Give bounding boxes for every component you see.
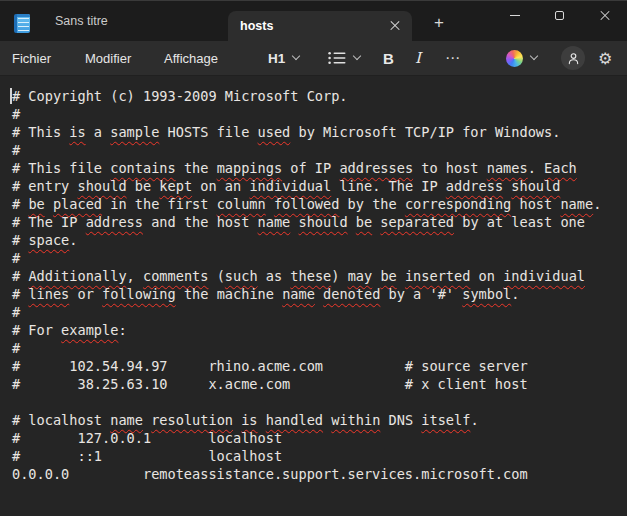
new-tab-button[interactable]: + [426,9,452,37]
editor-line: # This file contains the mappings of IP … [12,159,627,177]
editor-line: # lines or following the machine name de… [12,285,627,303]
editor-line: # entry should be kept on an individual … [12,177,627,195]
misspelled-word: name [560,196,593,212]
misspelled-word: is [241,412,257,428]
tab-sans-titre[interactable]: Sans titre [40,1,218,41]
toolbar: Fichier Modifier Affichage H1 B I ⋯ ⚙ [0,41,627,75]
minimize-button[interactable] [492,1,537,30]
tab-close-icon[interactable] [386,17,404,35]
misspelled-word: separated [380,214,454,230]
menu-affichage[interactable]: Affichage [162,41,220,75]
misspelled-word: symbol [462,286,511,302]
editor-line: # [12,339,627,357]
misspelled-word: should [77,178,126,194]
misspelled-word: followed [274,196,339,212]
misspelled-word: individual [503,268,585,284]
editor-line: # [12,141,627,159]
misspelled-word: resolution [151,412,233,428]
editor-line [12,393,627,411]
maximize-button[interactable] [537,1,582,30]
more-options-button[interactable]: ⋯ [445,41,461,75]
person-icon [567,52,580,65]
bold-button[interactable]: B [383,41,394,75]
misspelled-word: name [258,214,291,230]
text-caret [10,88,12,104]
editor-content: # Copyright (c) 1993-2009 Microsoft Corp… [12,87,627,483]
heading-label: H1 [268,51,285,66]
chevron-down-icon [353,52,361,60]
tab-hosts[interactable]: hosts [228,11,412,41]
window-controls [492,1,627,30]
misspelled-word: handled [266,412,323,428]
editor[interactable]: # Copyright (c) 1993-2009 Microsoft Corp… [0,75,627,516]
close-icon [599,10,611,22]
editor-line: # Copyright (c) 1993-2009 Microsoft Corp… [12,87,627,105]
misspelled-word: should [511,178,560,194]
tab-label: Sans titre [55,14,108,28]
misspelled-word: within [331,412,380,428]
misspelled-word: Each [544,160,577,176]
heading-dropdown[interactable]: H1 [268,41,299,75]
settings-button[interactable]: ⚙ [598,41,612,75]
misspelled-word: denoted [323,286,380,302]
menu-modifier[interactable]: Modifier [83,41,133,75]
list-dropdown[interactable] [328,41,360,75]
editor-line: # [12,105,627,123]
misspelled-word: comments [143,268,208,284]
menu-label: Affichage [164,51,218,66]
misspelled-word: be [356,214,372,230]
misspelled-word: is [69,124,85,140]
plus-icon: + [434,13,444,33]
misspelled-word: should [298,214,347,230]
copilot-dropdown[interactable] [506,41,537,75]
misspelled-word: following [102,286,176,302]
menu-label: Modifier [85,51,131,66]
misspelled-word: space [28,232,69,248]
bullet-list-icon [328,51,346,65]
tab-label: hosts [240,19,273,33]
maximize-icon [555,11,564,20]
editor-line: # [12,303,627,321]
misspelled-word: corresponding [405,196,511,212]
misspelled-word: itself [421,412,470,428]
misspelled-word: mappings [217,160,282,176]
misspelled-word: names [487,160,528,176]
misspelled-word: may [348,268,373,284]
misspelled-word: contains [110,160,175,176]
editor-line: # For example: [12,321,627,339]
misspelled-word: be [28,196,44,212]
misspelled-word: placed [53,196,102,212]
close-button[interactable] [582,1,627,30]
editor-line: # space. [12,231,627,249]
misspelled-word: example [61,322,118,338]
minimize-icon [510,15,520,16]
account-circle [561,46,585,70]
misspelled-word: addresses [339,160,413,176]
misspelled-word: kept [159,178,192,194]
misspelled-word: Additionally [28,268,126,284]
misspelled-word: be [380,268,396,284]
account-button[interactable] [561,41,585,75]
italic-button[interactable]: I [415,41,421,75]
menu-label: Fichier [12,51,51,66]
misspelled-word: sample [110,124,159,140]
editor-line: # 38.25.63.10 x.acme.com # x client host [12,375,627,393]
misspelled-word: address [86,214,143,230]
chevron-down-icon [292,52,300,60]
misspelled-word: used [258,124,291,140]
titlebar: Sans titre hosts + [0,1,627,41]
menu-fichier[interactable]: Fichier [10,41,53,75]
misspelled-word: these [290,268,331,284]
editor-line: # localhost name resolution is handled w… [12,411,627,429]
misspelled-word: column [217,196,266,212]
editor-line: # The IP address and the host name shoul… [12,213,627,231]
editor-line: # 127.0.0.1 localhost [12,429,627,447]
editor-line: # Additionally, comments (such as these)… [12,267,627,285]
more-icon: ⋯ [445,49,461,67]
misspelled-word: name [282,286,315,302]
bold-icon: B [383,50,394,67]
misspelled-word: lines [28,286,69,302]
copilot-icon [506,50,523,67]
misspelled-word: inserted [405,268,470,284]
editor-line: # 102.54.94.97 rhino.acme.com # source s… [12,357,627,375]
